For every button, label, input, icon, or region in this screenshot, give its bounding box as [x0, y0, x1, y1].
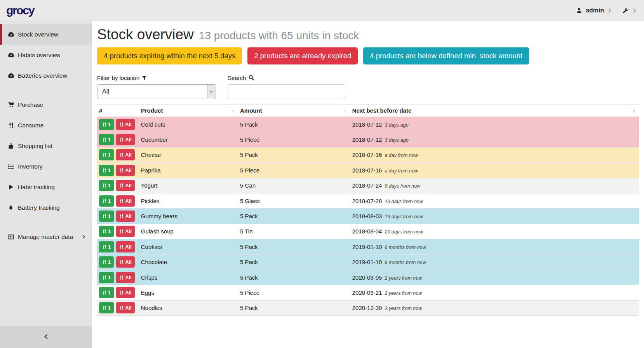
best-before-cell: 2020-03-052 years from now	[350, 270, 639, 285]
sidebar-item-consume[interactable]: Consume	[0, 115, 92, 136]
table-row: 1 All Gummy bears 5 Pack 2018-08-0319 da…	[97, 209, 639, 224]
relative-time: 3 days ago	[385, 137, 408, 143]
chevron-right-icon	[632, 8, 637, 13]
tachometer-icon	[7, 52, 14, 58]
column-header-index: #	[97, 105, 139, 117]
sidebar-item-label: Batteries overview	[18, 72, 67, 79]
filter-icon	[142, 75, 147, 80]
sidebar-item-label: Habits overview	[18, 52, 60, 59]
consume-all-button[interactable]: All	[116, 302, 135, 313]
sidebar-item-habit-tracking[interactable]: Habit tracking	[0, 177, 92, 197]
consume-all-label: All	[125, 259, 132, 265]
consume-one-button[interactable]: 1	[99, 134, 114, 145]
status-badges: 4 products expiring within the next 5 da…	[97, 47, 639, 64]
settings-menu[interactable]	[622, 7, 637, 14]
location-filter-select[interactable]: All	[97, 84, 216, 99]
consume-all-label: All	[125, 198, 132, 204]
consume-all-button[interactable]: All	[116, 165, 135, 176]
consume-one-button[interactable]: 1	[99, 180, 114, 191]
sidebar-item-habits-overview[interactable]: Habits overview	[0, 45, 92, 65]
consume-one-button[interactable]: 1	[99, 241, 114, 252]
consume-all-button[interactable]: All	[116, 149, 135, 160]
consume-one-button[interactable]: 1	[99, 272, 114, 283]
consume-all-label: All	[125, 228, 132, 234]
consume-one-button[interactable]: 1	[99, 119, 114, 130]
consume-one-label: 1	[108, 213, 111, 219]
consume-all-button[interactable]: All	[116, 272, 135, 283]
sidebar-item-batteries-overview[interactable]: Batteries overview	[0, 65, 92, 86]
consume-one-button[interactable]: 1	[99, 149, 114, 160]
sidebar-item-label: Consume	[18, 122, 44, 129]
utensils-icon	[102, 291, 106, 295]
consume-one-button[interactable]: 1	[99, 211, 114, 222]
consume-one-label: 1	[108, 152, 111, 158]
table-row: 1 All Crisps 5 Pack 2020-03-052 years fr…	[97, 270, 639, 285]
consume-all-button[interactable]: All	[116, 211, 135, 222]
product-cell: Crisps	[139, 270, 238, 285]
consume-all-button[interactable]: All	[116, 134, 135, 145]
consume-one-button[interactable]: 1	[99, 256, 114, 268]
consume-one-button[interactable]: 1	[99, 226, 114, 237]
consume-one-button[interactable]: 1	[99, 195, 114, 207]
product-cell: Gummy bears	[139, 209, 238, 224]
sort-icon: ↑↓	[343, 108, 346, 113]
consume-all-label: All	[125, 305, 132, 311]
amount-cell: 5 Piece	[238, 285, 350, 300]
best-before-cell: 2020-12-302 years from now	[350, 300, 639, 315]
sidebar-item-stock-overview[interactable]: Stock overview	[0, 24, 92, 45]
consume-all-label: All	[125, 137, 132, 143]
consume-all-button[interactable]: All	[116, 195, 135, 207]
sidebar-item-battery-tracking[interactable]: Battery tracking	[0, 197, 92, 218]
user-icon	[576, 7, 582, 14]
product-cell: Cucumber	[139, 132, 238, 147]
relative-time: 3 days ago	[385, 122, 408, 128]
relative-time: 2 years from now	[385, 291, 422, 296]
table-row: 1 All Cheese 5 Pack 2018-07-16a day from…	[97, 147, 639, 162]
amount-cell: 5 Pack	[238, 270, 350, 285]
consume-one-button[interactable]: 1	[99, 287, 114, 298]
amount-cell: 5 Piece	[238, 163, 350, 178]
sidebar-collapse-button[interactable]	[0, 326, 92, 348]
table-row: 1 All Eggs 5 Piece 2020-09-212 years fro…	[97, 285, 639, 300]
page-title: Stock overview	[97, 26, 194, 43]
sort-icon: ↑↓	[632, 108, 635, 113]
utensils-icon	[119, 306, 124, 310]
grocy-app: grocy admin	[0, 0, 644, 348]
tachometer-icon	[7, 72, 14, 79]
search-input[interactable]	[228, 84, 345, 99]
best-before-cell: 2019-01-106 months from now	[350, 239, 639, 254]
best-before-cell: 2018-08-0420 days from now	[350, 224, 639, 239]
sidebar-item-inventory[interactable]: Inventory	[0, 156, 92, 177]
consume-all-button[interactable]: All	[116, 226, 135, 237]
consume-all-label: All	[125, 152, 132, 158]
expiring-products-badge[interactable]: 4 products expiring within the next 5 da…	[97, 47, 242, 64]
consume-one-button[interactable]: 1	[99, 302, 114, 313]
consume-one-label: 1	[108, 305, 111, 311]
column-header-best-before[interactable]: Next best before date ↑↓	[350, 105, 639, 117]
expired-products-badge[interactable]: 2 products are already expired	[247, 47, 358, 64]
utensils-icon	[102, 122, 106, 127]
consume-one-label: 1	[108, 244, 111, 250]
column-header-product[interactable]: Product ↑↓	[139, 105, 238, 117]
consume-all-button[interactable]: All	[116, 256, 135, 268]
sidebar-item-manage-master-data[interactable]: Manage master data	[0, 226, 92, 247]
below-min-stock-badge[interactable]: 4 products are below defined min. stock …	[363, 47, 529, 64]
consume-one-label: 1	[108, 167, 111, 173]
product-cell: Yogurt	[139, 178, 238, 193]
utensils-icon	[119, 260, 124, 264]
consume-all-button[interactable]: All	[116, 119, 135, 130]
utensils-icon	[119, 153, 124, 157]
utensils-icon	[102, 229, 106, 233]
user-menu[interactable]: admin	[576, 7, 612, 14]
consume-all-button[interactable]: All	[116, 180, 135, 191]
sidebar-item-shopping-list[interactable]: Shopping list	[0, 136, 92, 156]
consume-all-button[interactable]: All	[116, 287, 135, 298]
product-cell: Eggs	[139, 285, 238, 300]
sort-icon: ↑↓	[231, 108, 235, 113]
sidebar-item-purchase[interactable]: Purchase	[0, 94, 92, 115]
consume-one-button[interactable]: 1	[99, 165, 114, 176]
consume-all-button[interactable]: All	[116, 241, 135, 252]
sidebar-item-label: Stock overview	[18, 31, 58, 38]
column-header-amount[interactable]: Amount ↑↓	[238, 105, 350, 117]
chevron-left-icon	[44, 334, 49, 341]
